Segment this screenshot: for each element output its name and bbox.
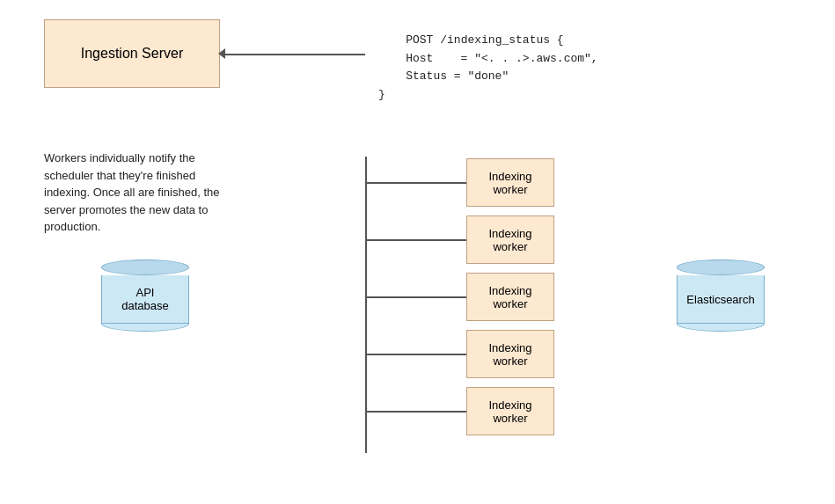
worker-box-4: Indexing worker (466, 330, 554, 378)
ingestion-server-label: Ingestion Server (81, 46, 184, 62)
worker-label-2: Indexing worker (488, 227, 531, 253)
worker-box-2: Indexing worker (466, 215, 554, 264)
worker-hline-5 (365, 411, 466, 413)
worker-hline-2 (365, 239, 466, 241)
api-database-label: API database (121, 286, 169, 312)
worker-label-3: Indexing worker (488, 284, 531, 310)
server-connector-line (222, 54, 365, 55)
cylinder-es-body: Elasticsearch (677, 275, 765, 324)
code-block: POST /indexing_status { Host = "<. . .>.… (378, 13, 598, 123)
worker-hline-4 (365, 354, 466, 355)
worker-box-3: Indexing worker (466, 273, 554, 321)
ingestion-server-box: Ingestion Server (44, 19, 220, 88)
api-database-cylinder: API database (101, 259, 189, 332)
server-arrow-head (218, 48, 225, 59)
elasticsearch-cylinder: Elasticsearch (677, 259, 765, 332)
vertical-connector (365, 157, 367, 453)
worker-label-4: Indexing worker (488, 341, 531, 368)
code-text: POST /indexing_status { Host = "<. . .>.… (378, 33, 598, 101)
worker-box-1: Indexing worker (466, 158, 554, 207)
worker-label-1: Indexing worker (488, 170, 531, 196)
cylinder-api-top (101, 259, 189, 275)
worker-box-5: Indexing worker (466, 387, 554, 435)
worker-hline-3 (365, 296, 466, 298)
worker-hline-1 (365, 182, 466, 184)
diagram-container: Ingestion Server POST /indexing_status {… (0, 0, 835, 504)
annotation-label: Workers individually notify the schedule… (44, 151, 219, 233)
worker-label-5: Indexing worker (488, 398, 531, 425)
cylinder-api-body: API database (101, 275, 189, 324)
elasticsearch-label: Elasticsearch (686, 293, 754, 306)
cylinder-es-top (677, 259, 765, 275)
annotation-text: Workers individually notify the schedule… (44, 150, 220, 236)
